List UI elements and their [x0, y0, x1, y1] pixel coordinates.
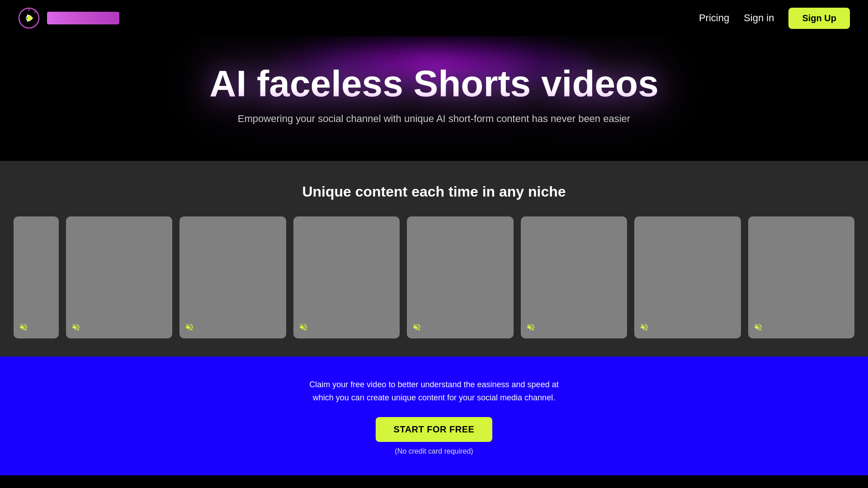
hero-section: AI faceless Shorts videos Empowering you…	[0, 36, 868, 161]
pricing-link[interactable]: Pricing	[699, 12, 729, 24]
video-card[interactable]	[66, 216, 172, 338]
nav-right: Pricing Sign in Sign Up	[699, 8, 850, 29]
mute-icon	[640, 323, 649, 333]
start-for-free-button[interactable]: START FOR FREE	[376, 417, 493, 442]
mute-icon	[299, 323, 308, 333]
workflow-section: WORKFLOW	[0, 475, 868, 488]
signin-link[interactable]: Sign in	[744, 12, 774, 24]
mute-icon	[412, 323, 421, 333]
logo-icon	[18, 7, 40, 29]
signup-button[interactable]: Sign Up	[788, 8, 850, 29]
video-card[interactable]	[521, 216, 627, 338]
cta-banner: Claim your free video to better understa…	[0, 357, 868, 475]
mute-icon	[185, 323, 194, 333]
video-grid	[0, 216, 868, 338]
cta-text: Claim your free video to better understa…	[18, 378, 850, 404]
logo-text	[47, 12, 119, 24]
hero-title: AI faceless Shorts videos	[18, 63, 850, 104]
mute-icon	[754, 323, 763, 333]
video-card[interactable]	[179, 216, 286, 338]
nav-left	[18, 7, 119, 29]
mute-icon	[526, 323, 535, 333]
video-card[interactable]	[14, 216, 59, 338]
video-card[interactable]	[748, 216, 854, 338]
video-section: Unique content each time in any niche	[0, 161, 868, 357]
video-section-title: Unique content each time in any niche	[0, 183, 868, 200]
no-cc-label: (No credit card required)	[18, 447, 850, 455]
mute-icon	[71, 323, 80, 333]
hero-subtitle: Empowering your social channel with uniq…	[18, 113, 850, 125]
video-card[interactable]	[293, 216, 400, 338]
video-card[interactable]	[634, 216, 741, 338]
navbar: Pricing Sign in Sign Up	[0, 0, 868, 36]
svg-line-4	[34, 11, 36, 13]
mute-icon	[19, 323, 28, 333]
video-card[interactable]	[407, 216, 513, 338]
